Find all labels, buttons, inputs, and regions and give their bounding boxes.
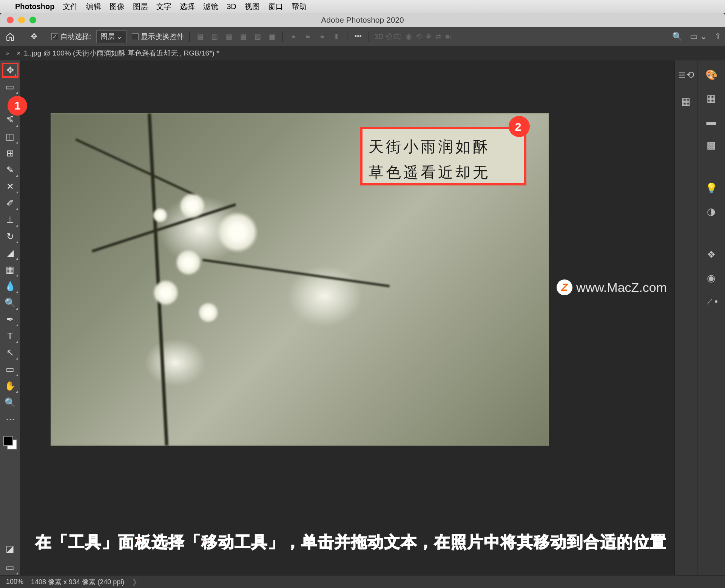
auto-select-target-dropdown[interactable]: 图层 ⌄ (96, 30, 126, 43)
auto-select-label: 自动选择: (60, 32, 91, 42)
hand-tool[interactable]: ✋ (2, 378, 19, 394)
eyedropper-tool[interactable]: ✎ (2, 162, 19, 177)
marquee-tool[interactable]: ▭ (2, 79, 19, 94)
window-controls (7, 17, 36, 23)
pen-tool[interactable]: ✒ (2, 312, 19, 327)
swatches-panel-icon[interactable]: ▦ (704, 91, 719, 106)
properties-panel-icon[interactable]: 💡 (704, 181, 719, 196)
layers-panel-icon[interactable]: ❖ (704, 247, 719, 262)
distribute-bottom-icon[interactable]: ≡ (317, 31, 327, 42)
divider (369, 31, 369, 42)
crop-tool[interactable]: ◫ (2, 129, 19, 144)
history-panel-icon[interactable]: ≣⟲ (679, 67, 694, 82)
channels-panel-icon[interactable]: ◉ (704, 270, 719, 286)
window-close-button[interactable] (7, 17, 14, 23)
clone-stamp-tool[interactable]: ⊥ (2, 212, 19, 227)
share-icon[interactable]: ⇧ (714, 32, 721, 42)
3d-roll-icon[interactable]: ⟲ (416, 32, 422, 41)
show-transform-controls-checkbox[interactable]: 显示变换控件 (132, 32, 184, 42)
align-hcenter-icon[interactable]: ▥ (209, 31, 220, 42)
gradient-tool[interactable]: ▦ (2, 262, 19, 277)
app-window: Adobe Photoshop 2020 ✥ ✓ 自动选择: 图层 ⌄ 显示变换… (0, 13, 725, 588)
adjustments-panel-icon[interactable]: ◑ (704, 204, 719, 219)
foreground-background-colors[interactable] (3, 436, 17, 449)
3d-slide-icon[interactable]: ⇄ (435, 32, 441, 41)
menu-window[interactable]: 窗口 (268, 2, 283, 12)
align-bottom-icon[interactable]: ▦ (267, 31, 277, 42)
patterns-panel-icon[interactable]: ▩ (704, 137, 719, 153)
foreground-color-swatch[interactable] (3, 436, 13, 446)
tools-panel: ✥ ▭ ⌇ ✎̑ ◫ ⊞ ✎ ✕ ✐ ⊥ ↻ ◢ ▦ 💧 🔍 ✒ T ↖ ▭ ✋… (0, 60, 20, 575)
align-right-icon[interactable]: ▤ (224, 31, 234, 42)
libraries-panel-icon[interactable]: ▦ (679, 94, 694, 109)
type-tool[interactable]: T (2, 329, 19, 344)
expand-tabs-icon[interactable]: » (6, 50, 9, 56)
checkbox-icon: ✓ (51, 33, 58, 40)
rectangle-tool[interactable]: ▭ (2, 362, 19, 377)
screen-mode[interactable]: ▭ (2, 560, 19, 575)
window-zoom-button[interactable] (29, 17, 36, 23)
blur-tool[interactable]: 💧 (2, 279, 19, 294)
align-left-icon[interactable]: ▤ (195, 31, 205, 42)
menu-help[interactable]: 帮助 (292, 2, 307, 12)
text-layer[interactable]: 天街小雨润如酥 草色遥看近却无 2 (360, 127, 526, 185)
dodge-tool[interactable]: 🔍 (2, 295, 19, 310)
move-tool[interactable]: ✥ (2, 63, 19, 78)
distribute-vcenter-icon[interactable]: ≡ (302, 31, 313, 42)
menu-file[interactable]: 文件 (63, 2, 78, 12)
3d-zoom-icon[interactable]: ■‹ (445, 32, 452, 41)
menu-image[interactable]: 图像 (110, 2, 125, 12)
frame-tool[interactable]: ⊞ (2, 146, 19, 161)
distribute-top-icon[interactable]: ≡ (288, 31, 299, 42)
workspace-switcher-icon[interactable]: ▭ ⌄ (690, 32, 707, 42)
color-panel-icon[interactable]: 🎨 (704, 67, 719, 82)
3d-orbit-icon[interactable]: ◉ (406, 32, 412, 41)
align-vcenter-icon[interactable]: ▧ (252, 31, 263, 42)
right-panel-strip-a: ≣⟲ ▦ (674, 60, 697, 575)
document-dimensions[interactable]: 1408 像素 x 934 像素 (240 ppi) (31, 577, 124, 586)
menubar-app-name[interactable]: Photoshop (15, 2, 54, 11)
menu-filter[interactable]: 滤镜 (203, 2, 218, 12)
healing-brush-tool[interactable]: ✕ (2, 179, 19, 194)
divider (347, 31, 347, 42)
zoom-tool[interactable]: 🔍 (2, 395, 19, 410)
3d-mode-label: 3D 模式: (374, 32, 402, 42)
toolbar-more-icon[interactable]: ⋯ (2, 412, 19, 427)
menu-type[interactable]: 文字 (156, 2, 171, 12)
distribute-left-icon[interactable]: Ⅲ (331, 31, 342, 42)
quick-mask-mode[interactable]: ◪ (2, 541, 19, 556)
menu-edit[interactable]: 编辑 (86, 2, 101, 12)
document-canvas[interactable]: 天街小雨润如酥 草色遥看近却无 2 (51, 113, 549, 446)
document-tab-bar: » × 1..jpg @ 100% (天街小雨润如酥 草色遥看近却无 , RGB… (0, 46, 725, 60)
zoom-level[interactable]: 100% (6, 578, 23, 586)
path-selection-tool[interactable]: ↖ (2, 345, 19, 360)
text-line-2: 草色遥看近却无 (369, 159, 518, 185)
menu-layer[interactable]: 图层 (133, 2, 148, 12)
history-brush-tool[interactable]: ↻ (2, 229, 19, 244)
brush-tool[interactable]: ✐ (2, 196, 19, 211)
watermark: Z www.MacZ.com (557, 279, 667, 295)
home-button[interactable] (4, 30, 17, 43)
3d-mode-group: 3D 模式: ◉ ⟲ ✥ ⇄ ■‹ (374, 32, 452, 42)
document-tab-title[interactable]: 1..jpg @ 100% (天街小雨润如酥 草色遥看近却无 , RGB/16*… (24, 48, 219, 58)
3d-pan-icon[interactable]: ✥ (426, 32, 432, 41)
menu-3d[interactable]: 3D (227, 2, 236, 11)
instruction-annotation: 在「工具」面板选择「移动工具」，单击并拖动文本，在照片中将其移动到合适的位置 (35, 531, 667, 553)
status-bar-arrow-icon[interactable]: ❯ (132, 578, 137, 586)
align-top-icon[interactable]: ▦ (238, 31, 248, 42)
menu-view[interactable]: 视图 (245, 2, 260, 12)
menu-select[interactable]: 选择 (180, 2, 195, 12)
chevron-down-icon: ⌄ (116, 32, 122, 41)
eraser-tool[interactable]: ◢ (2, 245, 19, 261)
search-icon[interactable]: 🔍 (672, 32, 682, 42)
window-minimize-button[interactable] (18, 17, 25, 23)
more-options-button[interactable]: ••• (353, 31, 363, 42)
status-bar: 100% 1408 像素 x 934 像素 (240 ppi) ❯ (0, 575, 725, 588)
paths-panel-icon[interactable]: ⟋• (704, 294, 719, 309)
watermark-logo-icon: Z (557, 279, 572, 295)
canvas-area[interactable]: 天街小雨润如酥 草色遥看近却无 2 Z www.MacZ.com 在「工具」面板… (20, 60, 674, 575)
auto-select-checkbox[interactable]: ✓ 自动选择: (51, 32, 91, 42)
tab-close-button[interactable]: × (17, 49, 21, 57)
gradients-panel-icon[interactable]: ▬ (704, 114, 719, 129)
macos-menubar: Photoshop 文件 编辑 图像 图层 文字 选择 滤镜 3D 视图 窗口 … (0, 0, 725, 13)
